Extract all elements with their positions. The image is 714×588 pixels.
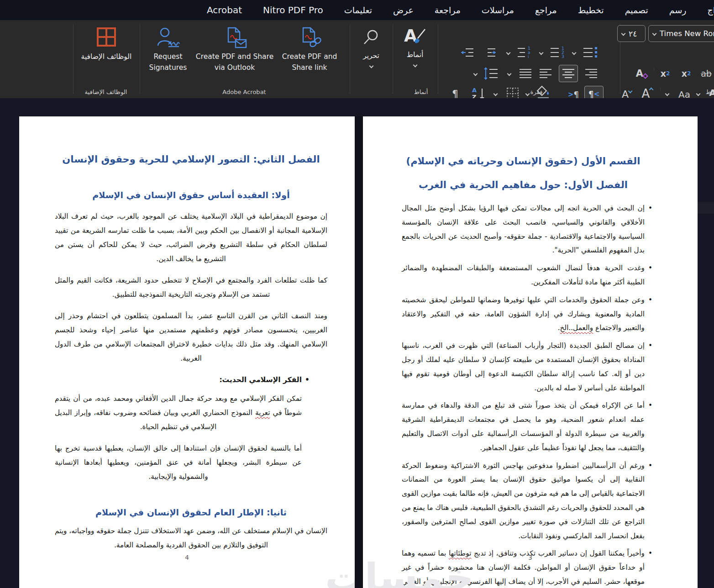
borders-chevron-icon[interactable] xyxy=(493,92,498,96)
create-pdf-outlook-icon xyxy=(222,26,247,49)
document-area: خمسات الفصل الثاني: التصور الإسلامي للحر… xyxy=(0,98,714,588)
ribbon: الوظائف الإضافية الوظائف الإضافية Reques… xyxy=(0,20,714,98)
list-item: ورغم أن الرأسماليين اضطروا مدفوعين بهاجس… xyxy=(402,459,645,543)
request-signatures-label: Request Signatures xyxy=(142,51,194,73)
align-right-button[interactable] xyxy=(584,68,598,79)
tab-help[interactable]: تعليمات xyxy=(344,5,372,15)
page-4[interactable]: الفصل الثاني: التصور الإسلامي للحرية وحق… xyxy=(19,116,355,588)
styles-button[interactable]: A أنماط xyxy=(396,26,434,67)
add-ins-group-label: الوظائف الإضافية xyxy=(75,89,137,95)
chevron-down-icon xyxy=(621,31,626,36)
align-justify-button[interactable] xyxy=(519,68,532,79)
part1-heading: القسم الأول (حقوق الإنسان وحرياته في الإ… xyxy=(402,149,645,173)
create-pdf-link-icon xyxy=(297,26,322,49)
chapter2-heading: الفصل الثاني: التصور الإسلامي للحرية وحق… xyxy=(55,149,327,169)
superscript-button[interactable]: x 2 xyxy=(657,67,673,80)
divider xyxy=(140,24,140,94)
decrease-indent-button[interactable] xyxy=(460,47,475,58)
page-gap xyxy=(355,116,363,588)
chevron-down-icon xyxy=(628,89,633,93)
create-pdf-link-button[interactable]: Create PDF and Share link xyxy=(277,26,342,73)
bullets-button[interactable] xyxy=(583,46,598,59)
create-pdf-outlook-button[interactable]: Create PDF and Share via Outlook xyxy=(195,26,274,73)
divider xyxy=(660,88,661,91)
request-signatures-button[interactable]: Request Signatures xyxy=(142,26,194,73)
tab-design[interactable]: تصميم xyxy=(625,5,648,15)
styles-group-label: أنماط xyxy=(407,89,435,95)
font-size-value: ٢٤ xyxy=(629,29,637,38)
tab-references[interactable]: مراجع xyxy=(535,5,557,15)
tab-layout[interactable]: تخطيط xyxy=(578,5,604,15)
increase-indent-button[interactable] xyxy=(482,47,497,58)
multilevel-list-button[interactable]: 1 a i xyxy=(517,46,532,59)
multilevel-list-chevron-icon[interactable] xyxy=(506,51,511,55)
styles-icon: A xyxy=(403,26,427,47)
paragraph: ومنذ النصف الثاني من القرن التاسع عشر، ب… xyxy=(55,309,327,366)
numbering-button[interactable]: 1 2 3 xyxy=(550,46,565,59)
justify-chevron-icon[interactable] xyxy=(507,72,512,76)
font-group-label: خط xyxy=(698,89,714,95)
editing-button[interactable]: تحرير xyxy=(354,28,388,68)
paragraph: أما بالنسبة لحقوق الإنسان فإن استنادها إ… xyxy=(55,441,302,484)
divider xyxy=(73,24,74,94)
line-spacing-chevron-icon[interactable] xyxy=(473,72,478,76)
divider xyxy=(654,68,654,71)
page-3[interactable]: القسم الأول (حقوق الإنسان وحرياته في الإ… xyxy=(363,116,698,588)
bullet-heading: الفكر الإسلامي الحديث: xyxy=(55,373,302,387)
subscript-button[interactable]: x 2 xyxy=(678,67,694,80)
divider xyxy=(350,24,350,94)
add-ins-label: الوظائف الإضافية xyxy=(81,51,132,62)
add-ins-button[interactable]: الوظائف الإضافية xyxy=(79,26,134,62)
divider xyxy=(438,24,438,94)
page-4-content: الفصل الثاني: التصور الإسلامي للحرية وحق… xyxy=(19,116,355,552)
list-item: وغدت الحرية هدفاً لنضال الشعوب المستضعفة… xyxy=(402,261,645,289)
tab-insert[interactable]: إدراج xyxy=(708,5,714,15)
chevron-down-icon xyxy=(652,31,657,36)
bullets-chevron-icon[interactable] xyxy=(572,51,577,55)
tab-acrobat[interactable]: Acrobat xyxy=(207,5,242,16)
change-case-chevron-icon[interactable] xyxy=(665,92,670,96)
paragraph: كما ظلت تطلعات الفرد والمجتمع في الإصلاح… xyxy=(55,273,327,302)
section-second-heading: ثانيا: الإطار العام لحقوق الإنسان في الإ… xyxy=(55,502,327,522)
chevron-up-icon xyxy=(649,87,654,92)
tab-draw[interactable]: رسم xyxy=(669,5,687,15)
chevron-down-icon xyxy=(369,64,373,68)
strikethrough-button[interactable]: ab xyxy=(698,67,714,80)
styles-label: أنماط xyxy=(407,49,424,60)
create-pdf-outlook-label: Create PDF and Share via Outlook xyxy=(195,51,274,73)
bullet-list: إن البحث في الحرية اتجه إلى مجالات تمكن … xyxy=(402,201,645,588)
tab-view[interactable]: عرض xyxy=(393,5,414,15)
font-name-value: Times New Roman xyxy=(660,29,714,38)
page-3-content: القسم الأول (حقوق الإنسان وحرياته في الإ… xyxy=(363,116,698,588)
paragraph: تمكن الفكر الإسلامي مع وبعد حركة جمال ال… xyxy=(55,392,302,434)
paragraph: إن موضوع الديمقراطية في البلاد الإسلامية… xyxy=(55,210,327,266)
menu-bar: إدراج رسم تصميم تخطيط مراجع مراسلات مراج… xyxy=(0,0,714,20)
editing-label: تحرير xyxy=(363,50,379,61)
numbering-chevron-icon[interactable] xyxy=(539,51,544,55)
find-magnifier-icon xyxy=(362,28,380,47)
font-name-combobox[interactable]: Times New Roman xyxy=(648,25,714,42)
tab-mailings[interactable]: مراسلات xyxy=(482,5,514,15)
divider xyxy=(393,24,393,94)
list-item: وعن جملة الحقوق والخدمات التي عليها توفي… xyxy=(402,293,645,335)
svg-text:A: A xyxy=(472,87,477,94)
paragraph-group-label: فقرة xyxy=(511,89,562,95)
font-size-combobox[interactable]: ٢٤ xyxy=(617,25,646,42)
khamsat-watermark: خمسات xyxy=(299,555,500,588)
eraser-diamond-icon xyxy=(642,73,648,79)
align-center-button[interactable] xyxy=(559,65,578,82)
section-first-heading: أولا: العقيدة أساس حقوق الإنسان في الإسل… xyxy=(55,185,327,205)
clear-formatting-button[interactable]: A xyxy=(633,67,649,80)
paragraph: الإنسان في الإسلام مستخلف عن الله، وضمن … xyxy=(55,524,327,552)
chapter1-heading: الفصل الأول: حول مفاهيم الحرية في الغرب xyxy=(402,173,645,197)
svg-text:i: i xyxy=(528,54,529,59)
line-spacing-button[interactable] xyxy=(483,67,499,80)
align-left-button[interactable] xyxy=(539,68,552,79)
tab-review[interactable]: مراجعة xyxy=(435,5,461,15)
list-item: أما عن الإكراه فيمكن أن يتخذ صوراً شتى ق… xyxy=(402,399,645,455)
tab-nitro-pdf-pro[interactable]: Nitro PDF Pro xyxy=(263,5,323,16)
request-signatures-icon xyxy=(156,26,180,48)
list-item: إن البحث في الحرية اتجه إلى مجالات تمكن … xyxy=(402,201,645,257)
chevron-down-icon xyxy=(413,63,417,68)
add-ins-icon xyxy=(96,26,117,47)
